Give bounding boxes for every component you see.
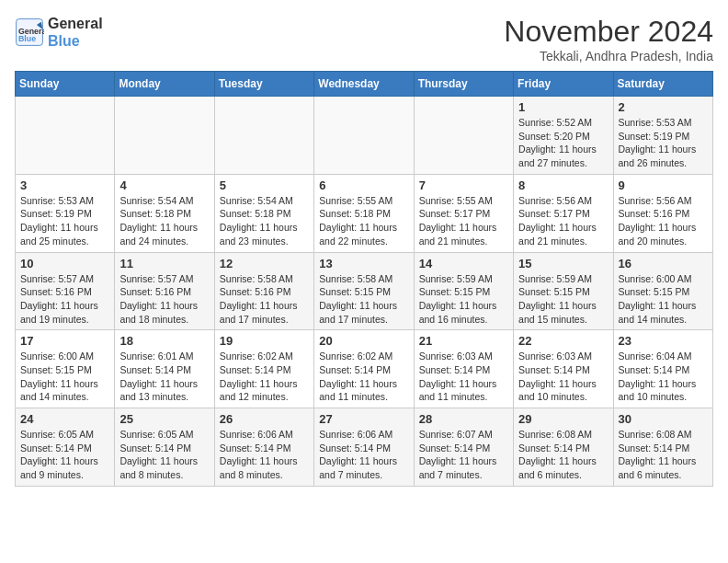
calendar-week: 10 Sunrise: 5:57 AMSunset: 5:16 PMDaylig… — [16, 252, 713, 330]
day-number: 15 — [518, 257, 608, 270]
day-detail: Sunrise: 6:01 AMSunset: 5:14 PMDaylight:… — [119, 350, 209, 404]
logo: General Blue General Blue — [15, 15, 103, 50]
calendar-cell: 9 Sunrise: 5:56 AMSunset: 5:16 PMDayligh… — [613, 174, 712, 252]
header-row: SundayMondayTuesdayWednesdayThursdayFrid… — [16, 72, 713, 97]
calendar-cell: 28 Sunrise: 6:07 AMSunset: 5:14 PMDaylig… — [414, 408, 513, 487]
day-number: 19 — [220, 334, 309, 348]
calendar-body: 1 Sunrise: 5:52 AMSunset: 5:20 PMDayligh… — [16, 97, 713, 487]
day-number: 4 — [119, 178, 209, 192]
calendar-cell: 15 Sunrise: 5:59 AMSunset: 5:15 PMDaylig… — [514, 252, 613, 330]
header-cell: Friday — [514, 72, 613, 97]
calendar-cell: 12 Sunrise: 5:58 AMSunset: 5:16 PMDaylig… — [214, 252, 313, 330]
day-detail: Sunrise: 6:02 AMSunset: 5:14 PMDaylight:… — [319, 350, 408, 404]
logo-icon: General Blue — [15, 17, 44, 47]
day-detail: Sunrise: 5:54 AMSunset: 5:18 PMDaylight:… — [119, 194, 209, 248]
day-number: 9 — [619, 178, 708, 192]
day-number: 8 — [518, 178, 608, 192]
day-detail: Sunrise: 5:59 AMSunset: 5:15 PMDaylight:… — [518, 272, 608, 327]
calendar-cell: 3 Sunrise: 5:53 AMSunset: 5:19 PMDayligh… — [16, 174, 115, 252]
calendar-cell: 5 Sunrise: 5:54 AMSunset: 5:18 PMDayligh… — [214, 174, 313, 252]
day-detail: Sunrise: 5:52 AMSunset: 5:20 PMDaylight:… — [518, 116, 608, 170]
day-detail: Sunrise: 5:53 AMSunset: 5:19 PMDaylight:… — [619, 116, 708, 170]
day-number: 11 — [119, 257, 209, 270]
day-number: 20 — [319, 334, 408, 348]
day-detail: Sunrise: 5:57 AMSunset: 5:16 PMDaylight:… — [20, 272, 109, 327]
calendar-cell — [414, 97, 513, 175]
day-detail: Sunrise: 5:58 AMSunset: 5:16 PMDaylight:… — [220, 272, 309, 327]
day-detail: Sunrise: 6:05 AMSunset: 5:14 PMDaylight:… — [119, 428, 209, 482]
calendar-cell: 20 Sunrise: 6:02 AMSunset: 5:14 PMDaylig… — [314, 330, 414, 408]
calendar-cell: 30 Sunrise: 6:08 AMSunset: 5:14 PMDaylig… — [613, 408, 712, 487]
header-cell: Thursday — [414, 72, 513, 97]
logo-text-blue: Blue — [48, 32, 103, 50]
calendar-cell: 22 Sunrise: 6:03 AMSunset: 5:14 PMDaylig… — [514, 330, 613, 408]
calendar-week: 1 Sunrise: 5:52 AMSunset: 5:20 PMDayligh… — [16, 97, 713, 175]
day-number: 18 — [119, 334, 209, 348]
calendar-header: SundayMondayTuesdayWednesdayThursdayFrid… — [16, 72, 713, 97]
month-title: November 2024 — [504, 15, 713, 49]
calendar-cell: 13 Sunrise: 5:58 AMSunset: 5:15 PMDaylig… — [314, 252, 414, 330]
calendar-cell: 10 Sunrise: 5:57 AMSunset: 5:16 PMDaylig… — [16, 252, 115, 330]
title-block: November 2024 Tekkali, Andhra Pradesh, I… — [504, 15, 713, 63]
calendar-cell: 1 Sunrise: 5:52 AMSunset: 5:20 PMDayligh… — [514, 97, 613, 175]
day-detail: Sunrise: 5:56 AMSunset: 5:16 PMDaylight:… — [619, 194, 708, 248]
day-number: 28 — [419, 412, 508, 426]
calendar-cell — [214, 97, 313, 175]
calendar-cell — [115, 97, 214, 175]
day-detail: Sunrise: 6:07 AMSunset: 5:14 PMDaylight:… — [419, 428, 508, 482]
day-number: 3 — [20, 178, 109, 192]
day-number: 27 — [319, 412, 408, 426]
day-detail: Sunrise: 6:08 AMSunset: 5:14 PMDaylight:… — [619, 428, 708, 482]
calendar-cell: 17 Sunrise: 6:00 AMSunset: 5:15 PMDaylig… — [16, 330, 115, 408]
day-number: 12 — [220, 257, 309, 270]
day-number: 17 — [20, 334, 109, 348]
day-detail: Sunrise: 6:08 AMSunset: 5:14 PMDaylight:… — [518, 428, 608, 482]
calendar-cell — [16, 97, 115, 175]
day-detail: Sunrise: 6:06 AMSunset: 5:14 PMDaylight:… — [319, 428, 408, 482]
day-detail: Sunrise: 6:03 AMSunset: 5:14 PMDaylight:… — [518, 350, 608, 404]
page-header: General Blue General Blue November 2024 … — [15, 15, 713, 63]
day-number: 13 — [319, 257, 408, 270]
day-detail: Sunrise: 6:00 AMSunset: 5:15 PMDaylight:… — [20, 350, 109, 404]
day-detail: Sunrise: 6:05 AMSunset: 5:14 PMDaylight:… — [20, 428, 109, 482]
header-cell: Wednesday — [314, 72, 414, 97]
day-detail: Sunrise: 5:55 AMSunset: 5:18 PMDaylight:… — [319, 194, 408, 248]
day-number: 22 — [518, 334, 608, 348]
day-number: 1 — [518, 100, 608, 114]
calendar-cell — [314, 97, 414, 175]
day-number: 2 — [619, 100, 708, 114]
day-detail: Sunrise: 5:55 AMSunset: 5:17 PMDaylight:… — [419, 194, 508, 248]
calendar-cell: 21 Sunrise: 6:03 AMSunset: 5:14 PMDaylig… — [414, 330, 513, 408]
day-number: 23 — [619, 334, 708, 348]
calendar-cell: 11 Sunrise: 5:57 AMSunset: 5:16 PMDaylig… — [115, 252, 214, 330]
day-number: 14 — [419, 257, 508, 270]
day-detail: Sunrise: 6:00 AMSunset: 5:15 PMDaylight:… — [619, 272, 708, 327]
calendar-week: 24 Sunrise: 6:05 AMSunset: 5:14 PMDaylig… — [16, 408, 713, 487]
header-cell: Tuesday — [214, 72, 313, 97]
day-detail: Sunrise: 5:59 AMSunset: 5:15 PMDaylight:… — [419, 272, 508, 327]
day-detail: Sunrise: 5:54 AMSunset: 5:18 PMDaylight:… — [220, 194, 309, 248]
calendar-cell: 6 Sunrise: 5:55 AMSunset: 5:18 PMDayligh… — [314, 174, 414, 252]
day-number: 5 — [220, 178, 309, 192]
calendar-cell: 26 Sunrise: 6:06 AMSunset: 5:14 PMDaylig… — [214, 408, 313, 487]
header-cell: Sunday — [16, 72, 115, 97]
header-cell: Monday — [115, 72, 214, 97]
calendar-cell: 27 Sunrise: 6:06 AMSunset: 5:14 PMDaylig… — [314, 408, 414, 487]
day-number: 21 — [419, 334, 508, 348]
calendar-cell: 29 Sunrise: 6:08 AMSunset: 5:14 PMDaylig… — [514, 408, 613, 487]
day-number: 24 — [20, 412, 109, 426]
day-number: 26 — [220, 412, 309, 426]
day-number: 30 — [619, 412, 708, 426]
calendar-cell: 8 Sunrise: 5:56 AMSunset: 5:17 PMDayligh… — [514, 174, 613, 252]
calendar-cell: 2 Sunrise: 5:53 AMSunset: 5:19 PMDayligh… — [613, 97, 712, 175]
day-detail: Sunrise: 6:04 AMSunset: 5:14 PMDaylight:… — [619, 350, 708, 404]
calendar-cell: 14 Sunrise: 5:59 AMSunset: 5:15 PMDaylig… — [414, 252, 513, 330]
day-number: 16 — [619, 257, 708, 270]
day-detail: Sunrise: 5:56 AMSunset: 5:17 PMDaylight:… — [518, 194, 608, 248]
day-number: 10 — [20, 257, 109, 270]
calendar-cell: 16 Sunrise: 6:00 AMSunset: 5:15 PMDaylig… — [613, 252, 712, 330]
calendar-cell: 23 Sunrise: 6:04 AMSunset: 5:14 PMDaylig… — [613, 330, 712, 408]
header-cell: Saturday — [613, 72, 712, 97]
calendar-cell: 4 Sunrise: 5:54 AMSunset: 5:18 PMDayligh… — [115, 174, 214, 252]
day-detail: Sunrise: 5:57 AMSunset: 5:16 PMDaylight:… — [119, 272, 209, 327]
